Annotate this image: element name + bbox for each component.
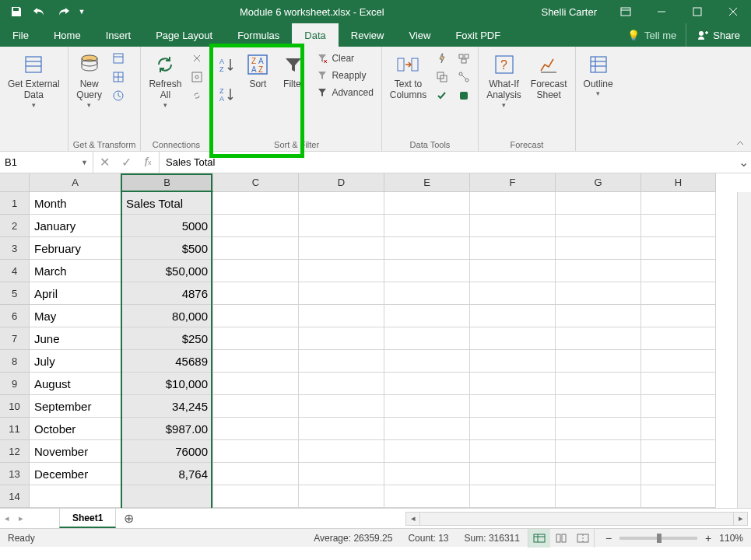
cell[interactable]: August — [30, 373, 121, 395]
page-break-view-button[interactable] — [572, 529, 594, 548]
tell-me-search[interactable]: 💡 Tell me — [618, 23, 686, 47]
sort-button[interactable]: ZAAZ Sort — [241, 50, 274, 92]
row-header[interactable]: 6 — [0, 305, 30, 327]
cell[interactable] — [641, 395, 716, 418]
cell[interactable]: $50,000 — [121, 260, 213, 282]
row-header[interactable]: 3 — [0, 237, 30, 260]
new-query-button[interactable]: New Query ▾ — [73, 50, 106, 111]
cell[interactable]: 4876 — [121, 282, 213, 305]
column-header[interactable]: D — [299, 173, 384, 192]
row-header[interactable]: 10 — [0, 395, 30, 418]
cell[interactable] — [470, 418, 556, 440]
sheet-nav-first[interactable]: ◂ — [0, 509, 14, 528]
sort-asc-button[interactable]: AZ — [216, 54, 238, 76]
cell[interactable] — [556, 485, 641, 508]
column-header[interactable]: E — [384, 173, 470, 192]
tab-page-layout[interactable]: Page Layout — [143, 23, 225, 47]
cell[interactable]: November — [30, 440, 121, 463]
advanced-filter-button[interactable]: Advanced — [313, 84, 376, 101]
cell[interactable] — [641, 215, 716, 237]
cell[interactable] — [470, 282, 556, 305]
cell[interactable] — [213, 418, 299, 440]
cell[interactable] — [384, 440, 470, 463]
cell[interactable]: Sales Total — [121, 192, 213, 215]
consolidate-button[interactable] — [454, 50, 473, 67]
enter-formula-button[interactable]: ✓ — [115, 155, 137, 170]
cell[interactable] — [556, 350, 641, 373]
sheet-tab-active[interactable]: Sheet1 — [59, 509, 116, 528]
share-button[interactable]: Share — [686, 23, 751, 47]
cell[interactable] — [299, 282, 384, 305]
cell[interactable] — [213, 305, 299, 327]
user-name[interactable]: Shelli Carter — [530, 6, 608, 18]
expand-formula-bar-button[interactable]: ⌄ — [735, 152, 751, 173]
formula-input[interactable]: Sales Total — [160, 152, 735, 173]
row-header[interactable]: 4 — [0, 260, 30, 282]
zoom-slider[interactable] — [619, 537, 697, 540]
cell[interactable]: March — [30, 260, 121, 282]
customize-qat-button[interactable]: ▼ — [76, 2, 87, 21]
cell[interactable] — [384, 327, 470, 350]
column-header[interactable]: A — [30, 173, 121, 192]
cell[interactable]: October — [30, 418, 121, 440]
cell[interactable] — [556, 237, 641, 260]
cell[interactable] — [641, 440, 716, 463]
cell[interactable]: 8,764 — [121, 463, 213, 485]
tab-formulas[interactable]: Formulas — [225, 23, 292, 47]
cell[interactable]: April — [30, 282, 121, 305]
cell[interactable] — [213, 440, 299, 463]
cell[interactable] — [299, 395, 384, 418]
cell[interactable] — [641, 192, 716, 215]
remove-duplicates-button[interactable] — [433, 68, 451, 86]
cell[interactable] — [641, 282, 716, 305]
cell[interactable]: $500 — [121, 237, 213, 260]
cell[interactable] — [213, 463, 299, 485]
redo-button[interactable] — [53, 2, 73, 21]
cell[interactable] — [299, 215, 384, 237]
cancel-formula-button[interactable]: ✕ — [93, 155, 115, 170]
cell[interactable] — [299, 418, 384, 440]
zoom-in-button[interactable]: + — [702, 532, 714, 544]
spreadsheet-grid[interactable]: ABCDEFGH 1234567891011121314 MonthSales … — [0, 173, 751, 508]
cell[interactable]: July — [30, 350, 121, 373]
cell[interactable] — [384, 395, 470, 418]
tab-insert[interactable]: Insert — [93, 23, 144, 47]
cell[interactable] — [556, 192, 641, 215]
tab-review[interactable]: Review — [339, 23, 397, 47]
cell[interactable] — [299, 440, 384, 463]
cell[interactable] — [470, 463, 556, 485]
data-validation-button[interactable] — [433, 87, 451, 104]
show-queries-button[interactable] — [109, 50, 128, 67]
cell[interactable] — [384, 350, 470, 373]
cell[interactable] — [470, 215, 556, 237]
cell[interactable] — [556, 215, 641, 237]
relationships-button[interactable] — [454, 68, 473, 86]
zoom-out-button[interactable]: − — [602, 532, 615, 544]
cell[interactable] — [641, 305, 716, 327]
scroll-right-button[interactable]: ▸ — [733, 513, 747, 525]
cell[interactable] — [641, 237, 716, 260]
cell[interactable] — [384, 282, 470, 305]
cell[interactable]: 45689 — [121, 350, 213, 373]
connections-button[interactable] — [188, 50, 206, 67]
cell[interactable] — [470, 373, 556, 395]
cell[interactable] — [641, 418, 716, 440]
ribbon-display-button[interactable] — [608, 0, 644, 23]
cell[interactable] — [384, 373, 470, 395]
select-all-corner[interactable] — [0, 173, 30, 192]
cell[interactable] — [641, 485, 716, 508]
cell[interactable] — [556, 373, 641, 395]
cell[interactable] — [384, 215, 470, 237]
from-table-button[interactable] — [109, 68, 128, 86]
flash-fill-button[interactable] — [433, 50, 451, 67]
cell[interactable]: 5000 — [121, 215, 213, 237]
cell[interactable] — [470, 395, 556, 418]
cell[interactable] — [384, 192, 470, 215]
cell[interactable] — [299, 350, 384, 373]
scroll-left-button[interactable]: ◂ — [406, 513, 420, 525]
cell[interactable]: February — [30, 237, 121, 260]
cell[interactable] — [556, 440, 641, 463]
row-header[interactable]: 14 — [0, 485, 30, 508]
cell[interactable] — [470, 260, 556, 282]
minimize-button[interactable] — [644, 0, 679, 23]
